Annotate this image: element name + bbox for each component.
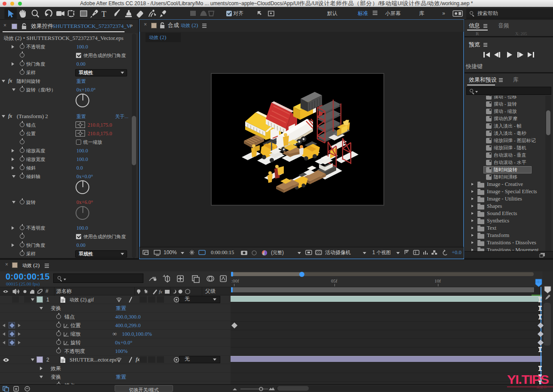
svg-text:T: T <box>102 9 106 19</box>
svg-text:fx: fx <box>159 289 162 294</box>
